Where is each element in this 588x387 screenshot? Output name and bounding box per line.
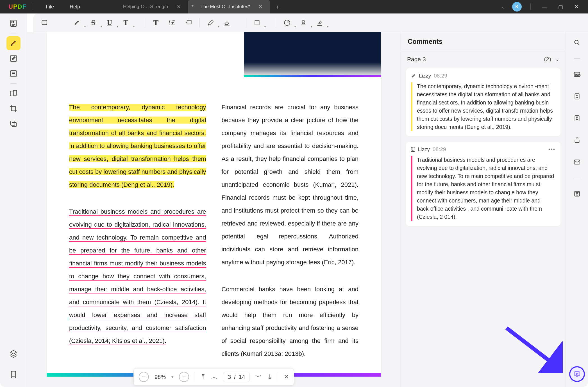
more-icon[interactable]: ••• — [548, 147, 555, 152]
comments-count: (2) — [544, 56, 551, 63]
chevron-down-icon[interactable]: ▾ — [171, 375, 173, 379]
thumbnails-button[interactable] — [6, 16, 21, 30]
svg-point-14 — [302, 20, 305, 23]
close-icon[interactable]: ✕ — [177, 4, 181, 10]
comment-text: Traditional business models and procedur… — [411, 156, 555, 221]
comment-item[interactable]: Lizzy 08:29 The contemporary, dynamic te… — [406, 68, 560, 136]
chevron-down-icon[interactable]: ⌄ — [555, 56, 559, 62]
minimize-button[interactable]: ― — [539, 4, 549, 10]
zoom-level[interactable]: 98% — [155, 374, 166, 380]
highlighted-text[interactable]: The contemporary, dynamic technology env… — [69, 104, 206, 188]
eraser-tool[interactable] — [220, 16, 234, 30]
avatar[interactable]: K — [512, 2, 522, 12]
text-box-tool[interactable]: T — [165, 16, 179, 30]
stamp-tool[interactable]: ▾ — [296, 16, 310, 30]
comment-text: The contemporary, dynamic technology e n… — [411, 82, 555, 131]
convert-icon[interactable] — [571, 90, 583, 103]
comments-panel: Comments Page 3 (2) ⌄ Lizzy 08:29 The co… — [401, 32, 566, 387]
comment-user: Lizzy — [419, 73, 431, 79]
note-icon[interactable] — [37, 16, 51, 30]
layers-button[interactable] — [6, 347, 21, 361]
body-text: Commercial banks have been looking at an… — [222, 283, 359, 360]
crop-button[interactable] — [6, 102, 21, 116]
page-navigation-toolbar: − 98% ▾ + ⤒ ︿ 3 / 14 ﹀ ⤓ ✕ — [133, 368, 294, 386]
duplicate-button[interactable] — [6, 117, 21, 131]
tab-most-common[interactable]: ▾ The Most C...Institutes* ✕ — [188, 0, 270, 13]
document-viewport[interactable]: The contemporary, dynamic technology env… — [27, 32, 401, 387]
comments-page-header[interactable]: Page 3 (2) ⌄ — [401, 51, 566, 67]
pencil-tool[interactable]: ▾ — [204, 16, 218, 30]
svg-rect-20 — [576, 118, 578, 119]
first-page-button[interactable]: ⤒ — [201, 373, 206, 381]
menu-help[interactable]: Help — [62, 4, 88, 10]
svg-rect-19 — [575, 115, 579, 121]
svg-rect-6 — [11, 121, 15, 125]
next-page-button[interactable]: ﹀ — [255, 373, 262, 381]
page-indicator[interactable]: 3 / 14 — [223, 372, 250, 382]
prev-page-button[interactable]: ︿ — [211, 373, 217, 381]
svg-rect-21 — [574, 160, 580, 164]
svg-point-15 — [575, 40, 578, 44]
highlighter-button[interactable] — [6, 36, 21, 50]
left-rail — [0, 13, 27, 387]
protect-icon[interactable] — [571, 112, 583, 124]
zoom-in-button[interactable]: + — [179, 372, 189, 382]
highlight-tool[interactable]: ▾ — [70, 16, 84, 30]
page-organize-button[interactable] — [6, 67, 21, 81]
svg-rect-7 — [12, 122, 16, 127]
add-tab-button[interactable]: ＋ — [275, 3, 280, 11]
search-icon[interactable] — [571, 37, 583, 49]
arrow-annotation — [504, 325, 563, 373]
comment-user: Lizzy — [418, 146, 430, 152]
svg-rect-1 — [12, 21, 13, 23]
close-toolbar-button[interactable]: ✕ — [284, 373, 289, 381]
share-icon[interactable] — [571, 134, 583, 146]
bookmark-button[interactable] — [6, 367, 21, 381]
svg-text:OCR: OCR — [575, 73, 580, 76]
close-icon[interactable]: ✕ — [258, 4, 263, 10]
ai-chat-button[interactable] — [569, 366, 585, 382]
compare-button[interactable] — [6, 86, 21, 101]
svg-text:T: T — [171, 21, 174, 25]
underline-tool[interactable]: U▾ — [103, 16, 117, 30]
svg-rect-12 — [255, 21, 259, 25]
chevron-down-icon[interactable]: ⌄ — [501, 4, 505, 10]
tab-label: Helping-O...-Strength — [123, 4, 168, 10]
shape-tool[interactable]: ▾ — [250, 16, 264, 30]
chevron-down-icon[interactable]: ▾ — [192, 4, 194, 8]
ocr-icon[interactable]: OCR — [571, 68, 583, 81]
text-tool[interactable]: T — [149, 16, 163, 30]
titlebar: UPDF File Help Helping-O...-Strength ✕ ▾… — [0, 0, 588, 13]
annotation-toolbar: ▾ S▾ U▾ T▾ T T ▾ ▾ ▾ ▾ ▾ — [33, 13, 588, 32]
comment-time: 08:29 — [434, 73, 447, 79]
svg-rect-24 — [576, 191, 578, 192]
svg-rect-11 — [187, 20, 191, 24]
highlight-icon — [411, 73, 416, 78]
email-icon[interactable] — [571, 156, 583, 168]
sticker-tool[interactable]: ▾ — [280, 16, 294, 30]
body-text: Financial records are crucial for any bu… — [222, 101, 359, 269]
maximize-button[interactable]: ▢ — [556, 4, 565, 10]
pdf-page: The contemporary, dynamic technology env… — [47, 32, 381, 377]
menu-file[interactable]: File — [38, 4, 62, 10]
callout-tool[interactable] — [181, 16, 196, 30]
edit-button[interactable] — [6, 51, 21, 65]
close-button[interactable]: ✕ — [572, 4, 581, 10]
signature-tool[interactable]: ▾ — [313, 16, 327, 30]
page-label: Page 3 — [407, 56, 426, 63]
squiggly-tool[interactable]: T▾ — [119, 16, 133, 30]
app-logo: UPDF — [8, 3, 26, 10]
underlined-text[interactable]: Traditional business models and procedur… — [69, 208, 206, 306]
strikethrough-tool[interactable]: S▾ — [86, 16, 100, 30]
comment-item[interactable]: U Lizzy 08:29 ••• Traditional business m… — [406, 142, 560, 226]
last-page-button[interactable]: ⤓ — [267, 373, 272, 381]
page-image — [244, 32, 381, 77]
zoom-out-button[interactable]: − — [139, 372, 149, 382]
svg-rect-18 — [575, 94, 579, 99]
tab-helping[interactable]: Helping-O...-Strength ✕ — [110, 0, 188, 13]
tab-label: The Most C...Institutes* — [201, 4, 250, 10]
svg-point-23 — [576, 194, 578, 195]
svg-rect-8 — [42, 20, 47, 24]
save-icon[interactable] — [571, 188, 583, 200]
underline-icon: U — [411, 146, 415, 152]
